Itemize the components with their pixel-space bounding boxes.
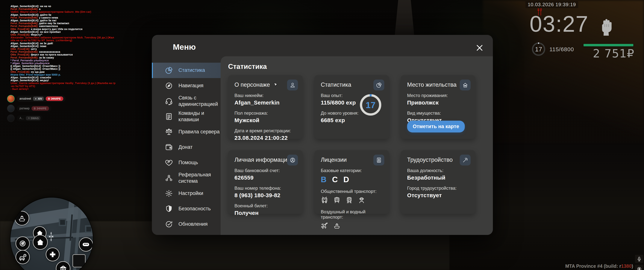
chat-line: * Ferst_Fernando улыбнулся [10,59,115,62]
chat-line: * Afgan_Semerkin улыбнулся [10,62,115,65]
sidebar-item-referral[interactable]: Реферальная система [152,170,220,186]
chat-segment: Otto_Frost[16]: [10,70,31,73]
field-value: 23.08.2024 21:00:22 [234,135,296,141]
chat-segment: нету [31,48,37,51]
home-icon [460,80,470,90]
mark-on-map-button[interactable]: Отметить на карте [407,121,465,132]
sidebar-item-settings[interactable]: Настройки [152,186,220,201]
chat-segment: Otto_Frost[16]: [10,53,31,56]
hud-clock: 03:27 [530,11,588,37]
player-marker-icon [48,232,54,242]
chat-segment: Vadim_Wayne кикнут администратором Sabur… [10,10,91,13]
field-value: 626559 [234,175,296,181]
chat-segment: Ferst_Fernando[646]: [10,8,39,11]
sidebar-item-donate[interactable]: Донат [152,140,220,155]
stream-pill: A...SWAG [17,115,43,121]
field-label: Общественный транспорт: [321,189,383,194]
chat-segment: Игрок Otto_Frost передал вам 5000 р. [10,73,61,76]
microphone-icon [635,255,643,263]
chat-segment: - был заткнут [10,87,29,90]
handshake-heart-icon [164,158,173,167]
sidebar-item-admin-contact[interactable]: Связь с администрацией [152,93,220,109]
stream-row: ратмирВ ЭФИРЕ [7,105,66,112]
card-job: ТрудоустройствоВаша должность:Безработны… [401,150,476,214]
driver-icon [358,196,365,205]
chat-segment: Ферсту^ [31,33,42,36]
license-category: B [321,175,326,184]
chat-line: Otto_Frost[16]: Ферсту^ [10,33,115,36]
chat-line: оба на гр-их №7282 by NT James_Lichtenbe… [10,39,115,42]
sidebar-item-security[interactable]: Безопасность [152,201,220,216]
tram-icon [333,196,341,205]
sidebar-item-navigation[interactable]: Навигация [152,78,220,93]
chat-segment: Ferst_Fernando[646]: [10,22,39,25]
voice-range-icon [635,265,643,270]
chat-line: Otto_Frost[16]: я вчера версту дал 150к … [10,28,115,31]
sidebar-item-stats[interactable]: Статистика [152,63,232,78]
chat-segment: Afgan_Semerkin[614]: пеже [10,45,46,48]
sidebar-item-label: Навигация [178,83,220,89]
stream-overlay: arsstreetXIVВ ЭФИРЕратмирВ ЭФИРЕA...SWAG [7,95,66,124]
sidebar-item-updates[interactable]: Обновления [152,216,220,232]
chat-segment: * Afgan_Semerkin улыбнулся [10,62,50,65]
taxi-blip [79,237,93,252]
level-value: 17 [359,93,382,116]
sidebar-item-rules[interactable]: Правила сервера [152,124,220,140]
car-clock-blip [16,250,30,264]
chat-line: Afgan_Semerkin[614]: он все проебал [10,31,115,33]
chat-line: Umar_Garcia забанен администратором Vasi… [10,82,115,85]
chat-line: Afgan_Semerkin[614]: дайте 5к пж! [10,19,115,22]
chat-line: (( Afgan_Semerkin[614]: Откат/Мисс )) [10,65,115,68]
chat-line: Otto_Frost[16]: ну ща дам [10,71,115,73]
field-value: 6685 exp [321,117,383,123]
chat-segment: Alexander_Semechkin забанен администрато… [10,36,114,39]
chat-segment: Otto_Frost[16]: [10,48,31,51]
field-label: Дата и время регистрации: [234,128,296,133]
transport-icons [321,196,383,205]
chat-segment: хахахахахахаха [39,50,60,53]
chat-segment: Ferst_Fernando[646]: [10,50,39,53]
chat-log: Afgan_Semerkin[614]: ни на чоFerst_Ferna… [10,5,115,90]
stream-name: ратмир [20,107,30,110]
chat-segment: Ferst_Fernando[646]: [10,56,39,59]
chat-segment: -их №7327 by ATS) [10,85,35,88]
level-progress-ring: 17 [359,93,382,116]
plus-blip [46,247,60,261]
build-suffix: ) [632,263,633,269]
chat-segment: ну ща дам [31,70,44,73]
chat-line: Afgan_Semerkin[614]: спасибо [10,76,115,79]
chat-segment: а [39,8,40,11]
chat-segment: Umar_Garcia забанен администратором Vasi… [10,82,115,85]
chat-line: Ferst_Fernando[646]: у самого нема [10,16,115,19]
license-category: C [332,175,338,184]
hud-health-bar [584,44,633,46]
field-label: Ваш банковский счет: [234,168,296,173]
live-badge: В ЭФИРЕ [46,96,63,101]
chat-line: Ferst_Fernando[646]: а [10,8,115,11]
id-card-icon [374,155,384,166]
sidebar-item-label: Реферальная система [178,172,220,184]
sidebar-item-label: Безопасность [178,206,220,212]
train-icon [346,196,353,205]
chat-line: (( Afgan_Semerkin[614]: Откат/Мисс )) [10,68,115,70]
chat-segment: * Ferst_Fernando улыбнулся [10,59,49,62]
field-label: Пол персонажа: [234,110,296,116]
chat-segment: Otto_Frost[16]: [10,28,31,31]
person-icon [287,80,298,90]
card-about: О персонажеВаш никнейм:Afgan_SemerkinПол… [228,75,303,139]
close-icon[interactable] [476,44,484,52]
gear-icon [164,189,173,198]
field-label: Базовые категории: [321,168,383,173]
license-category: D [344,175,349,184]
home-blip [33,235,48,250]
field-label: Ваш никнейм: [234,93,296,98]
sidebar-item-help[interactable]: Помощь [152,155,220,170]
compass-icon [164,81,173,90]
license-categories: BCD [321,175,383,184]
sidebar-item-label: Статистика [178,67,226,74]
stream-name: arsstreet [20,97,31,100]
tag-badge: SWAG [26,116,40,120]
field-label: Ваш номер телефона: [234,186,296,191]
build-prefix: MTA Province #4 (build: r [565,263,621,269]
sidebar-item-commands[interactable]: Команды и клавиши [152,109,220,124]
